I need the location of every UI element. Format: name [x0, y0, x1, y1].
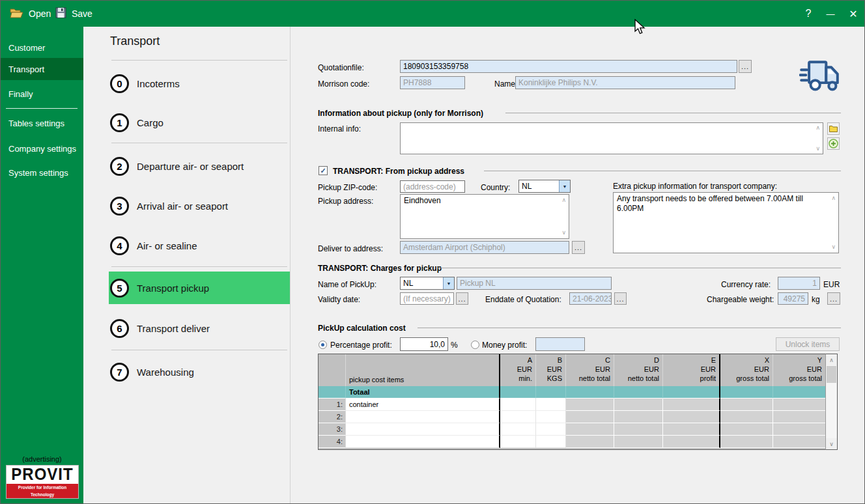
cost-item-cell[interactable]	[346, 423, 500, 436]
scroll-up-icon[interactable]: ∧	[561, 197, 566, 203]
currency-rate-field[interactable]: 1	[778, 277, 820, 290]
step-6-transport-deliver[interactable]: 6 Transport deliver	[110, 312, 290, 344]
percentage-profit-label: Percentage profit:	[330, 341, 392, 350]
percentage-profit-field[interactable]: 10,0	[400, 337, 448, 351]
internal-info-label: Internal info:	[318, 124, 361, 133]
value-cell-c	[566, 411, 614, 423]
extra-pickup-label: Extra pickup information for transport c…	[613, 182, 777, 191]
minimize-button[interactable]: —	[823, 1, 838, 27]
value-cell-b[interactable]	[536, 399, 566, 411]
total-cell-d	[614, 386, 663, 399]
scroll-down-icon[interactable]: ∨	[561, 230, 566, 236]
value-cell-a[interactable]	[500, 423, 536, 436]
quotationfile-field[interactable]: 180903153359758	[400, 60, 737, 73]
step-1-cargo[interactable]: 1 Cargo	[110, 106, 290, 139]
calc-section-line	[418, 328, 841, 328]
value-cell-y	[773, 423, 826, 436]
enddate-field[interactable]: 21-06-2023	[569, 292, 612, 305]
validity-date-browse-button[interactable]: ...	[456, 292, 468, 305]
value-cell-e	[663, 411, 720, 423]
step-separator	[111, 350, 287, 350]
value-cell-a[interactable]	[500, 411, 536, 423]
titlebar: Open Save ? — ✕	[1, 1, 865, 27]
close-button[interactable]: ✕	[845, 1, 862, 27]
add-button[interactable]	[827, 137, 840, 150]
scroll-up-icon[interactable]: ∧	[826, 354, 837, 365]
row-number: 1:	[319, 399, 346, 411]
sidebar-item-customer[interactable]: Customer	[1, 36, 83, 59]
pickup-section-checkbox[interactable]: ✓	[319, 166, 328, 175]
extra-pickup-textarea[interactable]: Any transport needs to be offered betwee…	[613, 192, 839, 253]
sidebar-item-company-settings[interactable]: Company settings	[1, 137, 83, 160]
step-0-incoterms[interactable]: 0 Incoterms	[110, 67, 290, 100]
row-number: 2:	[319, 411, 346, 423]
step-3-arrival-port[interactable]: 3 Arrival air- or seaport	[110, 189, 290, 222]
value-cell-x	[720, 411, 773, 423]
save-button[interactable]: Save	[55, 1, 92, 27]
country-label: Country:	[481, 183, 510, 192]
chargeable-weight-label: Chargeable weight:	[707, 295, 774, 304]
money-profit-radio[interactable]	[471, 341, 479, 349]
step-2-departure-port[interactable]: 2 Departure air- or seaport	[110, 150, 290, 182]
enddate-browse-button[interactable]: ...	[614, 292, 627, 305]
deliver-to-field[interactable]: Amsterdam Airport (Schiphol)	[400, 241, 569, 254]
scroll-down-icon[interactable]: ∨	[831, 244, 836, 250]
table-scrollbar[interactable]: ∧ ∨	[825, 354, 838, 450]
deliver-to-browse-button[interactable]: ...	[572, 241, 585, 254]
chevron-down-icon[interactable]: ▼	[559, 180, 570, 192]
step-number-badge: 0	[110, 74, 129, 93]
step-number-badge: 5	[110, 279, 129, 298]
value-cell-a[interactable]	[500, 436, 536, 448]
internal-info-textarea[interactable]: ∧ ∨	[400, 122, 823, 154]
step-4-air-or-sealine[interactable]: 4 Air- or sealine	[110, 229, 290, 262]
help-button[interactable]: ?	[801, 1, 816, 27]
scroll-down-icon[interactable]: ∨	[826, 438, 837, 449]
weight-browse-button[interactable]: ...	[827, 292, 840, 305]
sidebar-item-transport[interactable]: Transport	[1, 58, 83, 80]
scroll-up-icon[interactable]: ∧	[831, 195, 836, 201]
morrison-code-field[interactable]: PH7888	[400, 76, 465, 89]
pickup-name-field[interactable]: Pickup NL	[457, 277, 612, 290]
sidebar-item-finally[interactable]: Finally	[1, 83, 83, 105]
steps-panel-title: Transport	[110, 35, 160, 48]
value-cell-a[interactable]	[500, 399, 536, 411]
sidebar-item-system-settings[interactable]: System settings	[1, 161, 83, 184]
percentage-profit-radio[interactable]	[319, 341, 327, 349]
open-button[interactable]: Open	[10, 1, 51, 27]
pickup-name-dropdown[interactable]: NL ▼	[400, 277, 455, 290]
unlock-items-button[interactable]: Unlock items	[776, 337, 840, 351]
cost-item-cell[interactable]	[346, 411, 500, 423]
deliver-to-label: Deliver to address:	[318, 244, 383, 253]
value-cell-e	[663, 436, 720, 448]
value-cell-b[interactable]	[536, 423, 566, 436]
folder-button[interactable]	[827, 122, 840, 135]
scroll-up-icon[interactable]: ∧	[815, 125, 820, 131]
app-window: Open Save ? — ✕ Customer Transport Final…	[0, 0, 865, 504]
info-section-title: Information about pickup (only for Morri…	[318, 109, 483, 118]
value-cell-y	[773, 399, 826, 411]
pickup-zip-field[interactable]: (address-code)	[400, 180, 465, 193]
country-dropdown[interactable]: NL ▼	[518, 180, 571, 193]
step-number-badge: 3	[110, 197, 129, 216]
chargeable-weight-field[interactable]: 49275	[778, 292, 808, 305]
cost-item-cell[interactable]	[346, 436, 500, 448]
customer-name-field[interactable]: Koninklijke Philips N.V.	[515, 76, 735, 89]
quotationfile-label: Quotationfile:	[318, 63, 364, 72]
sidebar-item-tables-settings[interactable]: Tables settings	[1, 112, 83, 134]
column-header-a: AEURmin.	[500, 354, 536, 386]
enddate-label: Enddate of Quotation:	[485, 295, 561, 304]
validity-date-field[interactable]: (If necessary)	[400, 292, 454, 305]
scrollbar-thumb[interactable]	[827, 366, 836, 383]
cost-item-cell[interactable]: container	[346, 399, 500, 411]
value-cell-b[interactable]	[536, 411, 566, 423]
step-5-transport-pickup[interactable]: 5 Transport pickup	[109, 272, 290, 304]
step-7-warehousing[interactable]: 7 Warehousing	[110, 356, 290, 388]
money-profit-field[interactable]	[535, 337, 585, 351]
quotationfile-browse-button[interactable]: ...	[739, 60, 752, 73]
scroll-down-icon[interactable]: ∨	[815, 146, 820, 152]
chevron-down-icon[interactable]: ▼	[443, 277, 454, 289]
total-cell-y	[773, 386, 826, 399]
pickup-address-textarea[interactable]: Eindhoven ∧ ∨	[400, 194, 569, 239]
pickup-section-line	[484, 171, 841, 171]
value-cell-b[interactable]	[536, 436, 566, 448]
